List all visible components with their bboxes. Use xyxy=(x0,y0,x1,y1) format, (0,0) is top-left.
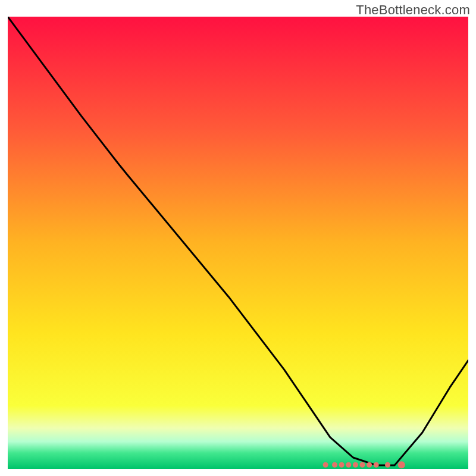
bottleneck-chart xyxy=(8,17,468,469)
marker-dot xyxy=(339,462,345,468)
marker-dot xyxy=(323,462,328,468)
marker-dot xyxy=(346,462,351,468)
watermark-text: TheBottleneck.com xyxy=(356,2,470,18)
marker-dot xyxy=(374,462,379,468)
plot-area xyxy=(8,17,468,469)
marker-dot xyxy=(398,461,405,468)
marker-dot xyxy=(360,462,365,468)
marker-dot xyxy=(367,462,372,468)
marker-dot xyxy=(385,462,390,468)
marker-dot xyxy=(332,462,337,468)
marker-dot xyxy=(353,462,358,468)
chart-stage: TheBottleneck.com xyxy=(0,0,476,476)
gradient-background xyxy=(8,17,468,469)
